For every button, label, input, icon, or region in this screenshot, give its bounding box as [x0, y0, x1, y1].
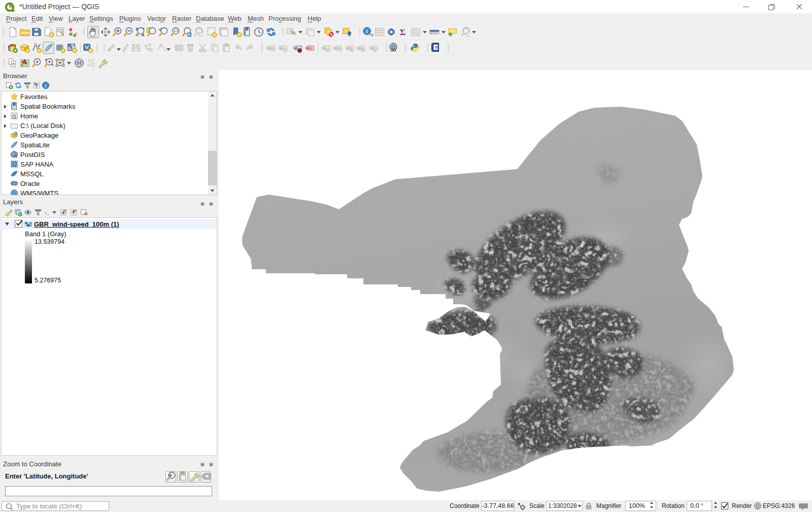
svg-text:ab: ab — [294, 46, 298, 50]
svg-text:Σ: Σ — [400, 27, 405, 37]
svg-text:i: i — [366, 28, 367, 34]
svg-text:1:1: 1:1 — [174, 29, 178, 33]
svg-text:ab: ab — [280, 46, 284, 50]
svg-text:abc: abc — [347, 46, 352, 50]
svg-text:ab: ab — [323, 46, 327, 50]
svg-text:n: n — [47, 213, 49, 216]
svg-text:X,Y: X,Y — [88, 58, 95, 63]
svg-text:?: ? — [434, 45, 437, 50]
svg-text:abc: abc — [370, 46, 376, 50]
svg-text:abc: abc — [307, 46, 312, 50]
